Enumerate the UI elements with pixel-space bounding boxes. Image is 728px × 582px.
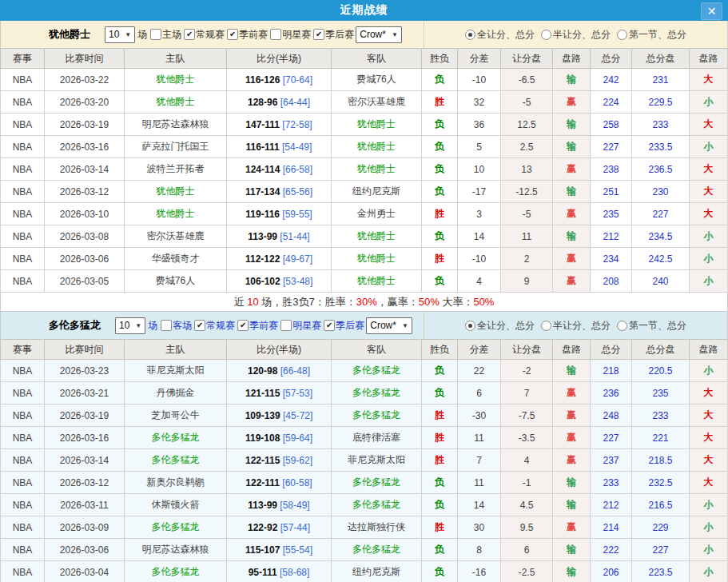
cell-date: 2026-03-16 (45, 136, 125, 158)
cell-home-team: 多伦多猛龙 (125, 449, 227, 472)
cell-total-points: 235 (591, 203, 632, 225)
filter-bar-jazz: 犹他爵士 10 ▼ 场 主场✔常规赛✔季前赛明星赛✔季后赛 Crow* ▼ 全让… (0, 21, 728, 48)
final-score: 120-98 (248, 365, 277, 377)
final-score: 113-99 (248, 231, 277, 242)
cell-point-diff: 10 (458, 158, 501, 181)
filter-checkbox-明星赛[interactable]: 明星赛 (278, 319, 321, 333)
cell-win-loss: 负 (422, 561, 458, 582)
column-header: 盘路 (690, 49, 728, 69)
cell-win-loss: 负 (422, 270, 458, 293)
cell-date: 2026-03-05 (45, 270, 125, 293)
final-score: 106-102 (245, 276, 280, 287)
halftime-score: [59-55] (280, 209, 312, 220)
halftime-score: [59-62] (280, 455, 312, 466)
team-name-jazz: 犹他爵士 (49, 27, 90, 42)
cell-win-loss: 负 (422, 181, 458, 203)
column-header: 分差 (458, 340, 501, 360)
game-row: NBA2026-03-22犹他爵士116-126 [70-64]费城76人负-1… (1, 69, 728, 91)
cell-score: 122-115 [59-62] (227, 449, 332, 472)
cell-total-line: 233 (632, 114, 690, 136)
radio-label: 第一节、总分 (629, 28, 686, 42)
filter-checkbox-主场[interactable]: 主场 (148, 28, 181, 42)
filter-checkbox-季后赛[interactable]: ✔季后赛 (311, 28, 354, 42)
game-row: NBA2026-03-16多伦多猛龙119-108 [59-64]底特律活塞胜1… (1, 427, 728, 449)
radio-option-2[interactable]: 半让分、总分 (541, 28, 611, 42)
cell-handicap-result: 赢 (553, 270, 591, 293)
crow-select[interactable]: Crow* ▼ (366, 317, 412, 334)
filter-checkbox-季前赛[interactable]: ✔季前赛 (235, 319, 278, 333)
summary-value: 50% (473, 296, 494, 308)
column-header: 主队 (125, 49, 227, 69)
cell-date: 2026-03-19 (45, 405, 125, 427)
radio-label: 半让分、总分 (553, 319, 611, 333)
column-header: 分差 (458, 49, 501, 69)
cell-over-under: 大 (690, 181, 728, 203)
filter-checkbox-客场[interactable]: 客场 (158, 319, 192, 333)
game-row: NBA2026-03-10犹他爵士119-116 [59-55]金州勇士胜3-5… (1, 203, 728, 225)
checkbox-label: 常规赛 (206, 319, 235, 333)
chevron-down-icon: ▼ (125, 31, 131, 38)
chevron-down-icon: ▼ (402, 322, 408, 329)
cell-total-line: 220.5 (632, 360, 690, 382)
filter-checkbox-季前赛[interactable]: ✔季前赛 (225, 28, 268, 42)
cell-total-line: 232.5 (632, 472, 690, 494)
cell-win-loss: 负 (422, 69, 458, 91)
cell-away-team: 纽约尼克斯 (332, 181, 422, 203)
cell-over-under: 大 (690, 158, 728, 181)
column-header: 比分(半场) (227, 49, 332, 69)
games-count-value: 10 (109, 29, 119, 40)
cell-handicap-line: 9 (501, 270, 553, 293)
games-count-select[interactable]: 10 ▼ (105, 26, 135, 43)
cell-win-loss: 胜 (422, 405, 458, 427)
cell-score: 116-111 [54-49] (227, 136, 332, 158)
table-header-row: 赛事比赛时间主队比分(半场)客队胜负分差让分盘盘路总分总分盘盘路 (1, 340, 728, 360)
radio-option-3[interactable]: 第一节、总分 (617, 319, 686, 333)
cell-total-line: 230 (632, 181, 690, 203)
cell-win-loss: 负 (422, 225, 458, 248)
radio-option-2[interactable]: 半让分、总分 (541, 319, 611, 333)
cell-over-under: 小 (690, 248, 728, 270)
cell-point-diff: -17 (458, 181, 501, 203)
filter-checkbox-常规赛[interactable]: ✔常规赛 (181, 28, 225, 42)
game-row: NBA2026-03-14多伦多猛龙122-115 [59-62]菲尼克斯太阳胜… (1, 449, 728, 472)
radio-option-3[interactable]: 第一节、总分 (617, 28, 686, 42)
cell-score: 116-126 [70-64] (227, 69, 332, 91)
cell-win-loss: 胜 (422, 427, 458, 449)
checkbox-unchecked-icon (280, 320, 292, 331)
cell-home-team: 萨克拉门托国王 (125, 136, 227, 158)
radio-dot (468, 324, 472, 328)
column-header: 赛事 (1, 49, 45, 69)
cell-away-team: 犹他爵士 (332, 136, 422, 158)
radio-option-1[interactable]: 全让分、总分 (465, 319, 535, 333)
radio-option-1[interactable]: 全让分、总分 (465, 28, 535, 42)
filter-checkbox-明星赛[interactable]: 明星赛 (268, 28, 311, 42)
cell-date: 2026-03-12 (45, 181, 125, 203)
crow-select[interactable]: Crow* ▼ (356, 26, 402, 43)
games-count-select[interactable]: 10 ▼ (115, 317, 145, 334)
cell-home-team: 密尔沃基雄鹿 (125, 225, 227, 248)
cell-away-team: 犹他爵士 (332, 248, 422, 270)
filter-checkbox-季后赛[interactable]: ✔季后赛 (321, 319, 364, 333)
cell-handicap-result: 赢 (553, 248, 591, 270)
cell-total-line: 233.5 (632, 136, 690, 158)
cell-score: 112-122 [49-67] (227, 248, 332, 270)
filter-checkbox-常规赛[interactable]: ✔常规赛 (192, 319, 235, 333)
final-score: 115-107 (245, 544, 280, 556)
cell-handicap-result: 赢 (553, 449, 591, 472)
cell-date: 2026-03-10 (45, 203, 125, 225)
final-score: 113-99 (248, 500, 277, 511)
game-row: NBA2026-03-06明尼苏达森林狼115-107 [55-54]多伦多猛龙… (1, 539, 728, 561)
cell-handicap-line: 12.5 (501, 114, 553, 136)
cell-over-under: 大 (690, 382, 728, 405)
cell-away-team: 多伦多猛龙 (332, 360, 422, 382)
close-button[interactable]: ✕ (701, 2, 722, 20)
game-row: NBA2026-03-16萨克拉门托国王116-111 [54-49]犹他爵士负… (1, 136, 728, 158)
cell-over-under: 小 (690, 516, 728, 539)
halftime-score: [49-67] (280, 253, 312, 265)
summary-text: 大率： (440, 295, 474, 309)
cell-league: NBA (1, 158, 45, 181)
halftime-score: [60-58] (280, 477, 312, 488)
cell-date: 2026-03-04 (45, 561, 125, 582)
cell-over-under: 小 (690, 539, 728, 561)
halftime-score: [64-44] (277, 97, 310, 108)
